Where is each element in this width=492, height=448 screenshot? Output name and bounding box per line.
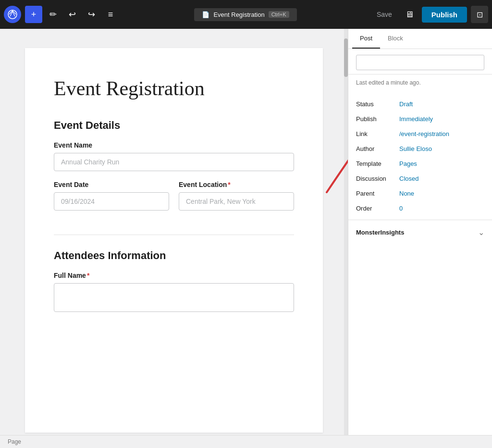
page-title: Event Registration [54, 77, 294, 100]
parent-row: Parent None [348, 186, 492, 201]
plus-icon: + [31, 10, 37, 20]
last-edited-text: Last edited a minute ago. [348, 75, 492, 91]
order-label: Order [356, 205, 399, 212]
sidebar: Post Block Last edited a minute ago. Sta… [348, 29, 492, 435]
undo-button[interactable]: ↩ [63, 6, 81, 23]
monster-insights-title: MonsterInsights [356, 229, 404, 236]
order-value[interactable]: 0 [399, 205, 403, 212]
full-name-label: Full Name* [54, 272, 294, 279]
main-area: Event Registration Event Details Event N… [0, 29, 492, 435]
template-row: Template Pages [348, 156, 492, 171]
editor-scrollbar-thumb[interactable] [344, 38, 348, 77]
section-divider [54, 235, 294, 235]
publish-meta-label: Publish [356, 115, 399, 123]
list-icon: ≡ [108, 10, 113, 20]
monster-insights-section: MonsterInsights ⌄ [348, 220, 492, 245]
page-status-bar: Page [0, 435, 492, 448]
redo-icon: ↪ [88, 9, 95, 20]
tools-button[interactable]: ✏ [44, 6, 62, 23]
editor-content: Event Registration Event Details Event N… [25, 48, 323, 433]
tab-post[interactable]: Post [352, 29, 380, 49]
status-row: Status Draft [348, 97, 492, 112]
date-location-row: Event Date Event Location* [54, 181, 294, 220]
redo-button[interactable]: ↪ [83, 6, 100, 23]
layout-icon: ⊡ [477, 10, 483, 19]
event-date-label: Event Date [54, 181, 169, 188]
link-row: Link /event-registration [348, 126, 492, 141]
publish-row: Publish Immediately [348, 112, 492, 126]
event-location-label: Event Location* [179, 181, 294, 188]
document-title-pill[interactable]: 📄 Event Registration Ctrl+K [194, 8, 296, 21]
full-name-input[interactable] [54, 283, 294, 312]
undo-icon: ↩ [69, 9, 76, 20]
required-star: * [228, 181, 230, 188]
wp-logo-icon[interactable] [4, 6, 21, 23]
parent-value[interactable]: None [399, 190, 414, 197]
status-value[interactable]: Draft [399, 100, 413, 108]
tab-block[interactable]: Block [380, 29, 411, 49]
event-location-group: Event Location* [179, 181, 294, 211]
event-name-input[interactable] [54, 153, 294, 171]
add-block-button[interactable]: + [25, 6, 42, 23]
template-value[interactable]: Pages [399, 160, 417, 167]
page-icon: 📄 [202, 11, 209, 18]
editor-scrollbar-track[interactable] [344, 29, 348, 435]
link-value[interactable]: /event-registration [399, 130, 449, 137]
page-status-text: Page [8, 438, 21, 445]
discussion-label: Discussion [356, 175, 399, 182]
url-input[interactable] [356, 55, 484, 70]
event-name-label: Event Name [54, 141, 294, 149]
pencil-icon: ✏ [49, 9, 57, 20]
full-name-group: Full Name* [54, 272, 294, 312]
section2-title: Attendees Information [54, 249, 294, 262]
toolbar: + ✏ ↩ ↪ ≡ 📄 Event Registration Ctrl+K Sa… [0, 0, 492, 29]
template-label: Template [356, 160, 399, 167]
event-date-group: Event Date [54, 181, 169, 211]
full-name-required-star: * [87, 272, 89, 279]
discussion-value[interactable]: Closed [399, 175, 418, 182]
monitor-icon: 🖥 [405, 10, 414, 20]
order-row: Order 0 [348, 201, 492, 216]
monster-insights-header[interactable]: MonsterInsights ⌄ [348, 220, 492, 245]
publish-meta-value[interactable]: Immediately [399, 115, 433, 123]
event-date-input[interactable] [54, 192, 169, 211]
shortcut-badge: Ctrl+K [269, 11, 289, 18]
publish-button[interactable]: Publish [422, 7, 467, 23]
section1-title: Event Details [54, 119, 294, 132]
link-label: Link [356, 130, 399, 137]
sidebar-tabs: Post Block [348, 29, 492, 49]
save-button[interactable]: Save [372, 8, 397, 21]
discussion-row: Discussion Closed [348, 171, 492, 186]
preview-button[interactable]: 🖥 [401, 6, 418, 23]
status-label: Status [356, 100, 399, 108]
parent-label: Parent [356, 190, 399, 197]
document-title: Event Registration [213, 11, 264, 18]
url-section [348, 49, 492, 75]
toolbar-center: 📄 Event Registration Ctrl+K [121, 8, 370, 21]
author-row: Author Sullie Eloso [348, 141, 492, 156]
list-view-button[interactable]: ≡ [102, 6, 119, 23]
author-value[interactable]: Sullie Eloso [399, 145, 432, 152]
author-label: Author [356, 145, 399, 152]
event-location-input[interactable] [179, 192, 294, 211]
chevron-down-icon: ⌄ [478, 228, 484, 237]
editor-scroll[interactable]: Event Registration Event Details Event N… [0, 29, 348, 435]
settings-button[interactable]: ⊡ [471, 6, 488, 23]
toolbar-right: Save 🖥 Publish ⊡ [372, 6, 488, 23]
event-name-group: Event Name [54, 141, 294, 171]
editor-area: Event Registration Event Details Event N… [0, 29, 348, 435]
